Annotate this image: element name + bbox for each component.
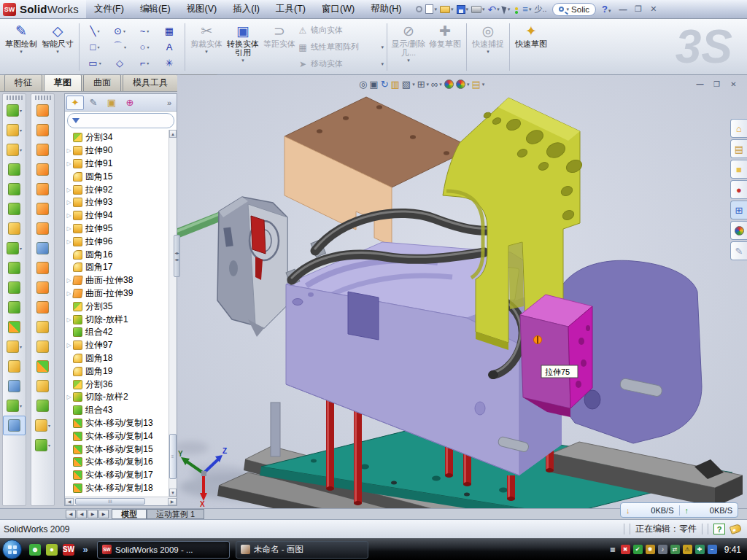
spline-button[interactable]: ~▾: [132, 23, 157, 39]
menu-item-6[interactable]: 帮助(H): [363, 0, 409, 18]
tree-item[interactable]: ▷切除-放样2: [65, 391, 169, 404]
move-copy-bodies-button[interactable]: [3, 317, 26, 337]
fillet-button[interactable]: ▾: [3, 140, 26, 160]
delete-hole-button[interactable]: [31, 298, 54, 317]
tab-nav-1[interactable]: ◀: [77, 510, 87, 518]
tree-item[interactable]: 实体-移动/复制13: [65, 417, 169, 430]
media-icon[interactable]: ●: [46, 544, 58, 556]
tree-vertical-scrollbar[interactable]: ▲ ≡ ▼: [169, 130, 177, 497]
display-style-button[interactable]: ▧▾: [402, 79, 415, 90]
help-button[interactable]: ?▾: [602, 4, 611, 15]
reference-plane-button[interactable]: [3, 357, 26, 376]
scroll-down-button[interactable]: ▼: [169, 489, 177, 497]
rebuild-traffic-light-button[interactable]: [512, 2, 520, 17]
featuremanager-tab[interactable]: ✦: [66, 96, 84, 110]
surface-fillet-button[interactable]: [31, 376, 54, 396]
model-tab[interactable]: 模型: [112, 509, 147, 519]
shell-button[interactable]: [3, 199, 26, 219]
solidworks-search-tab[interactable]: ●: [730, 180, 747, 199]
tray-shield-plus-icon[interactable]: ✚: [695, 545, 705, 554]
extruded-boss-button[interactable]: ▾: [3, 101, 26, 120]
restore-button[interactable]: ❐: [632, 4, 644, 15]
overflow-chevron[interactable]: »: [80, 544, 91, 556]
open-folder-button[interactable]: ▾: [439, 2, 454, 17]
boundary-surface-button[interactable]: [31, 179, 54, 199]
tree-item[interactable]: ▷曲面-拉伸39: [65, 287, 169, 300]
spline-curve-button[interactable]: ▾: [31, 435, 54, 455]
doc-close-button[interactable]: ✕: [727, 79, 740, 90]
tree-item[interactable]: 圆角19: [65, 365, 169, 378]
close-button[interactable]: ✕: [647, 4, 659, 15]
undo-button[interactable]: ↶▾: [487, 2, 500, 17]
options-list-button[interactable]: ≡▾: [522, 2, 532, 17]
polygon-button[interactable]: ◇: [107, 55, 132, 71]
tray-eject-icon[interactable]: −: [708, 545, 717, 554]
scroll-right-button[interactable]: ▶: [168, 498, 177, 505]
sketch-fillet-button[interactable]: ⌐▾: [132, 55, 157, 71]
tab-mold-tools[interactable]: 模具工具: [123, 74, 178, 91]
rapid-sketch-button[interactable]: ✦快速草图: [513, 21, 549, 73]
tree-item[interactable]: ▷拉伸90: [65, 144, 169, 158]
shaded-contour-button[interactable]: ▦: [157, 23, 182, 39]
extruded-cut-button[interactable]: ▾: [3, 120, 26, 140]
start-button[interactable]: [2, 540, 22, 559]
tree-item[interactable]: 圆角17: [65, 261, 169, 274]
swept-boss-button[interactable]: [3, 160, 26, 179]
scroll-thumb[interactable]: ⦀⦀: [75, 498, 145, 505]
dimxpertmanager-tab[interactable]: ⊕: [121, 96, 139, 110]
scroll-up-button[interactable]: ▲: [169, 130, 177, 138]
menu-item-3[interactable]: 插入(I): [225, 0, 268, 18]
tree-item[interactable]: ▷切除-放样1: [65, 313, 169, 326]
tree-item[interactable]: ▷拉伸95: [65, 222, 169, 236]
tree-item[interactable]: 实体-移动/复制15: [65, 443, 169, 456]
new-document-button[interactable]: ▾: [425, 2, 438, 17]
doc-restore-button[interactable]: ❐: [711, 79, 723, 90]
file-explorer-tab[interactable]: ■: [730, 160, 747, 179]
fillet-surface-button[interactable]: [31, 278, 54, 298]
print-button[interactable]: ▾: [471, 2, 486, 17]
tree-filter-box[interactable]: [67, 113, 174, 128]
solidworks-resources-tab[interactable]: ⌂: [730, 119, 747, 138]
tray-warning-icon[interactable]: ⚠: [683, 545, 692, 554]
view-orientation-button[interactable]: ⊞▾: [417, 79, 429, 90]
slot-button[interactable]: ▭▾: [82, 55, 107, 71]
knit-surface-button[interactable]: [31, 258, 54, 278]
task-solidworks[interactable]: SWSolidWorks 2009 - ...: [97, 541, 230, 559]
split-bodies-button[interactable]: [3, 298, 26, 317]
tab-surfaces[interactable]: 曲面: [83, 74, 121, 91]
tray-network-icon[interactable]: ⇄: [670, 545, 680, 554]
minimize-button[interactable]: —: [616, 4, 629, 15]
tab-nav-0[interactable]: ◀: [66, 510, 76, 518]
tree-horizontal-scrollbar[interactable]: ◀ ⦀⦀ ▶: [65, 497, 177, 505]
tab-features[interactable]: 特征: [4, 74, 42, 91]
rectangle-button[interactable]: □▾: [82, 39, 107, 55]
smart-dim-button[interactable]: ◇智能尺寸▾: [39, 21, 76, 73]
tree-item[interactable]: ▷拉伸96: [65, 235, 169, 248]
tab-nav-3[interactable]: ▶: [98, 510, 109, 518]
tab-sketch[interactable]: 草图: [44, 74, 82, 91]
graphics-viewport[interactable]: 拉伸75 Y Z X ◎▣↻▥▧▾⊞▾∞▾▾▤▾ —❐✕ ⌂▤■●⊞✎: [177, 75, 747, 508]
zoom-fit-button[interactable]: ◎: [359, 79, 367, 90]
planar-surface-button[interactable]: [31, 219, 54, 238]
tree-item[interactable]: 圆角18: [65, 352, 169, 365]
network-speed-widget[interactable]: ↓ 0KB/S ↑ 0KB/S: [620, 502, 738, 518]
toolbar-grip[interactable]: [7, 96, 23, 100]
circle-button[interactable]: ⊙▾: [107, 23, 132, 39]
section-view-button[interactable]: ▥: [391, 79, 400, 90]
scroll-left-button[interactable]: ◀: [65, 498, 74, 505]
tray-antivirus-icon[interactable]: ✔: [633, 545, 643, 554]
reference-point-button[interactable]: ▾: [3, 337, 26, 357]
search-dropdown-caret[interactable]: ▾: [567, 7, 570, 12]
tabs-overflow-chevron[interactable]: »: [163, 96, 175, 110]
pin-button[interactable]: [415, 2, 423, 17]
rotate-view-button[interactable]: ↻: [381, 79, 389, 90]
save-button[interactable]: ▾: [456, 2, 470, 17]
search-input[interactable]: Solic: [571, 5, 589, 14]
search-box[interactable]: ▾ Solic: [552, 3, 596, 16]
reference-geometry-button[interactable]: ▾: [31, 416, 54, 435]
delete-face-button[interactable]: [3, 219, 26, 238]
sketch-button[interactable]: ✎草图绘制▾: [3, 21, 39, 73]
offset-surface-button[interactable]: [31, 199, 54, 219]
custom-properties-tab[interactable]: ✎: [730, 241, 747, 260]
linear-pattern-button[interactable]: ▾: [3, 238, 26, 258]
